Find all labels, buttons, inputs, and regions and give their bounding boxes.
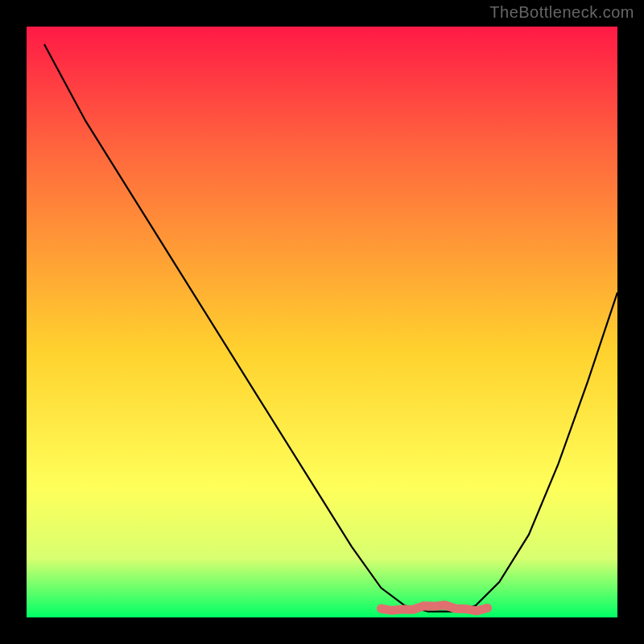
plot-area — [27, 27, 617, 617]
heat-gradient — [27, 27, 617, 617]
attribution-text: TheBottleneck.com — [489, 3, 634, 22]
svg-rect-0 — [27, 27, 617, 617]
chart-container: TheBottleneck.com — [0, 0, 644, 644]
